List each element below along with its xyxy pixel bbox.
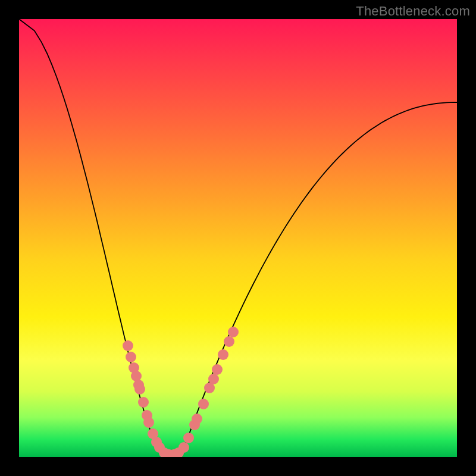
chart-svg	[19, 19, 457, 457]
chart-frame: TheBottleneck.com	[0, 0, 476, 476]
data-dot	[134, 384, 145, 394]
data-dot	[224, 336, 234, 347]
data-dot	[192, 414, 202, 424]
data-dot	[218, 349, 228, 360]
data-dot	[228, 327, 239, 337]
plot-area	[19, 19, 457, 457]
data-dots	[123, 327, 239, 457]
data-dot	[208, 374, 219, 384]
data-dot	[178, 442, 189, 453]
bottleneck-curve	[19, 19, 457, 457]
watermark-text: TheBottleneck.com	[356, 4, 470, 19]
data-dot	[212, 364, 223, 375]
data-dot	[183, 433, 194, 443]
data-dot	[198, 399, 209, 409]
data-dot	[138, 397, 149, 408]
data-dot	[123, 340, 133, 351]
data-dot	[143, 417, 154, 428]
data-dot	[126, 352, 136, 362]
